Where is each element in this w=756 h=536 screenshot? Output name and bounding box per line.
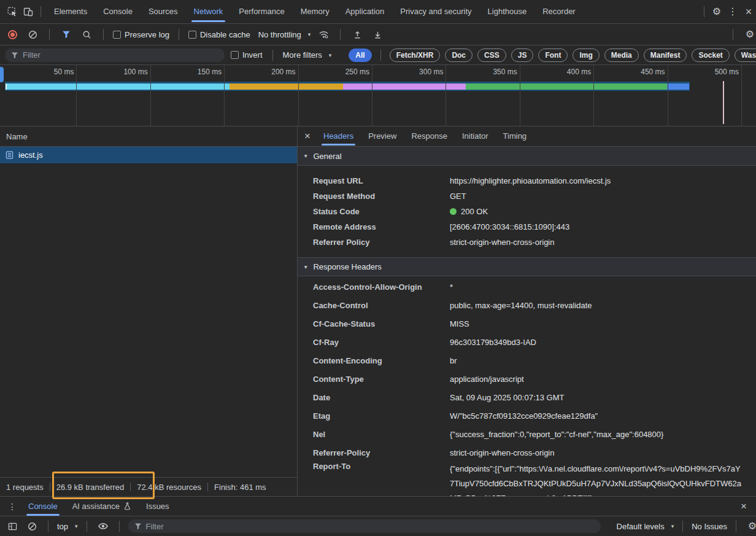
- import-har-icon[interactable]: [350, 27, 364, 42]
- overview-gridline: [150, 65, 151, 126]
- overview-tick-label: 100 ms: [80, 68, 148, 76]
- drawer-tab-issues[interactable]: Issues: [139, 497, 177, 516]
- header-row-access-control-allow-origin: Access-Control-Allow-Origin*: [298, 278, 756, 296]
- preserve-log-checkbox[interactable]: Preserve log: [113, 30, 169, 39]
- clear-network-log-icon[interactable]: [25, 27, 40, 42]
- network-settings-gear-icon[interactable]: ⚙: [742, 27, 756, 42]
- filter-pill-fetch-xhr[interactable]: Fetch/XHR: [390, 49, 441, 62]
- divider: [49, 29, 50, 40]
- filter-pill-css[interactable]: CSS: [477, 49, 506, 62]
- network-filter-input[interactable]: Filter: [5, 49, 225, 62]
- header-row-cf-cache-status: Cf-Cache-StatusMISS: [298, 314, 756, 333]
- tab-lighthouse[interactable]: Lighthouse: [480, 0, 535, 23]
- filter-pill-wasm[interactable]: Wasm: [735, 49, 756, 62]
- console-filter-input[interactable]: Filter: [128, 519, 601, 533]
- close-drawer-icon[interactable]: ×: [736, 499, 751, 514]
- header-row-remote-address: Remote Address[2606:4700:3034::6815:1090…: [298, 219, 756, 235]
- filter-pill-manifest[interactable]: Manifest: [644, 49, 687, 62]
- close-details-icon[interactable]: ×: [300, 129, 315, 144]
- drawer-kebab-menu-icon[interactable]: ⋮: [5, 499, 20, 514]
- filter-toggle-icon[interactable]: [59, 27, 74, 42]
- disable-cache-checkbox[interactable]: Disable cache: [188, 30, 250, 39]
- tab-sources[interactable]: Sources: [141, 0, 186, 23]
- header-value: *: [450, 282, 453, 292]
- header-value: application/javascript: [450, 375, 524, 384]
- section-title: Response Headers: [313, 262, 381, 271]
- request-file-name: iecst.js: [18, 150, 43, 160]
- invert-checkbox[interactable]: Invert: [231, 50, 263, 60]
- header-name: Access-Control-Allow-Origin: [313, 282, 450, 292]
- section-header-response-headers[interactable]: ▼Response Headers: [298, 257, 756, 276]
- network-main: Name iecst.js 1 requests26.9 kB transfer…: [0, 126, 756, 496]
- network-conditions-icon[interactable]: [316, 27, 331, 42]
- filter-pill-doc[interactable]: Doc: [445, 49, 472, 62]
- tab-console[interactable]: Console: [95, 0, 141, 23]
- devtools-window: ElementsConsoleSourcesNetworkPerformance…: [0, 0, 756, 536]
- inspect-element-icon[interactable]: [5, 4, 20, 19]
- waterfall-segment-2: [230, 84, 343, 90]
- waterfall-segment-1: [7, 84, 230, 90]
- section-header-general[interactable]: ▼General: [298, 147, 756, 166]
- name-column-header[interactable]: Name: [0, 126, 297, 147]
- detail-tab-timing[interactable]: Timing: [496, 126, 534, 146]
- filter-pill-img[interactable]: Img: [573, 49, 599, 62]
- log-levels-select[interactable]: Default levels ▾: [617, 522, 674, 531]
- overview-gridline: [372, 65, 372, 126]
- settings-gear-icon[interactable]: ⚙: [709, 4, 724, 19]
- summary-separator: [130, 483, 131, 491]
- detail-tab-initiator[interactable]: Initiator: [455, 126, 496, 146]
- overview-tick-label: 200 ms: [228, 68, 296, 76]
- tab-network[interactable]: Network: [186, 0, 231, 23]
- filter-pill-js[interactable]: JS: [511, 49, 534, 62]
- kebab-menu-icon[interactable]: ⋮: [725, 4, 740, 19]
- network-overview[interactable]: 50 ms100 ms150 ms200 ms250 ms300 ms350 m…: [0, 65, 756, 126]
- tab-memory[interactable]: Memory: [293, 0, 338, 23]
- eye-icon[interactable]: [96, 519, 110, 534]
- console-sidebar-toggle-icon[interactable]: [5, 519, 20, 534]
- drawer-tab-console[interactable]: Console: [21, 497, 65, 516]
- tab-performance[interactable]: Performance: [231, 0, 292, 23]
- filter-pill-media[interactable]: Media: [604, 49, 639, 62]
- execution-context-select[interactable]: top ▾: [57, 522, 78, 531]
- console-settings-gear-icon[interactable]: ⚙: [745, 519, 756, 534]
- filter-pill-all[interactable]: All: [349, 49, 371, 62]
- drawer-tab-ai-assistance[interactable]: AI assistance: [65, 497, 139, 516]
- header-row-cache-control: Cache-Controlpublic, max-age=14400, must…: [298, 296, 756, 314]
- header-value: br: [450, 356, 457, 365]
- context-value: top: [57, 522, 68, 531]
- section-body-general: Request URLhttps://highlighter.phioautom…: [298, 166, 756, 257]
- clear-console-icon[interactable]: [25, 519, 39, 534]
- console-filter-placeholder: Filter: [146, 522, 164, 531]
- search-icon[interactable]: [79, 27, 94, 42]
- script-file-icon: [6, 151, 14, 159]
- header-name: Referrer Policy: [313, 238, 450, 247]
- header-name: Content-Type: [313, 375, 450, 384]
- header-name: Remote Address: [313, 222, 450, 231]
- throttling-select[interactable]: No throttling ▾: [258, 30, 311, 39]
- more-filters-button[interactable]: More filters ▾: [283, 50, 332, 60]
- close-devtools-icon[interactable]: ×: [741, 4, 756, 19]
- divider: [736, 521, 736, 532]
- header-name: Etag: [313, 411, 450, 421]
- tab-application[interactable]: Application: [338, 0, 393, 23]
- tab-recorder[interactable]: Recorder: [534, 0, 583, 23]
- detail-tab-preview[interactable]: Preview: [361, 126, 404, 146]
- overview-left-handle[interactable]: [0, 67, 4, 82]
- header-name: Referrer-Policy: [313, 448, 450, 457]
- filter-pill-socket[interactable]: Socket: [692, 49, 729, 62]
- tab-privacy-and-security[interactable]: Privacy and security: [392, 0, 479, 23]
- waterfall-segment-4: [466, 84, 667, 90]
- request-row-selected[interactable]: iecst.js: [0, 147, 297, 163]
- tab-elements[interactable]: Elements: [46, 0, 95, 23]
- export-har-icon[interactable]: [370, 27, 385, 42]
- overview-tick-label: 500 ms: [671, 68, 739, 76]
- header-row-cf-ray: Cf-Ray96c303179b349bd3-IAD: [298, 333, 756, 351]
- filter-pill-font[interactable]: Font: [538, 49, 568, 62]
- funnel-icon: [11, 52, 18, 59]
- detail-tab-response[interactable]: Response: [404, 126, 455, 146]
- detail-tab-headers[interactable]: Headers: [316, 126, 361, 146]
- device-toolbar-icon[interactable]: [21, 4, 36, 19]
- issues-status: No Issues: [692, 522, 727, 531]
- divider: [48, 521, 48, 532]
- record-network-log-icon[interactable]: [5, 27, 20, 42]
